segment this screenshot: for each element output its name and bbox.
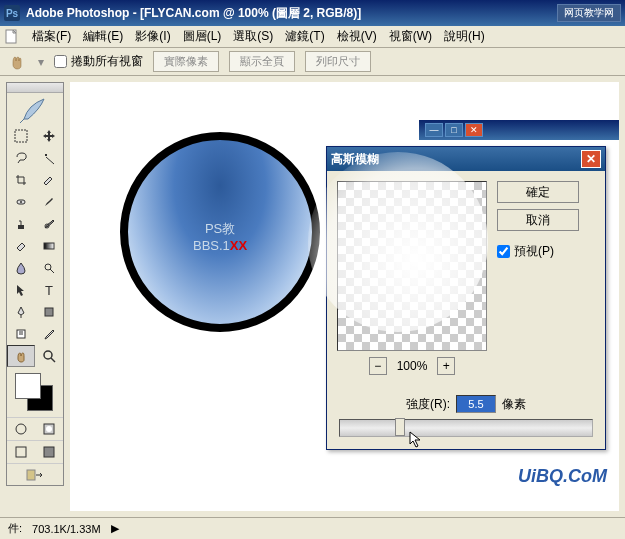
- crop-tool[interactable]: [7, 169, 35, 191]
- actual-pixels-button[interactable]: 實際像素: [153, 51, 219, 72]
- marquee-tool[interactable]: [7, 125, 35, 147]
- preview-checkbox[interactable]: 預視(P): [497, 243, 579, 260]
- pen-tool[interactable]: [7, 301, 35, 323]
- gradient-tool[interactable]: [35, 235, 63, 257]
- radius-input[interactable]: [456, 395, 496, 413]
- document-size: 703.1K/1.33M: [32, 523, 101, 535]
- svg-rect-2: [15, 130, 27, 142]
- svg-point-15: [46, 426, 52, 432]
- eraser-tool[interactable]: [7, 235, 35, 257]
- healing-brush-tool[interactable]: [7, 191, 35, 213]
- standard-mode[interactable]: [7, 418, 35, 440]
- type-tool[interactable]: T: [35, 279, 63, 301]
- brush-tool[interactable]: [35, 191, 63, 213]
- zoom-in-button[interactable]: +: [437, 357, 455, 375]
- app-title-bar: Ps Adobe Photoshop - [FLYCAN.com @ 100% …: [0, 0, 625, 26]
- preview-checkbox-input[interactable]: [497, 245, 510, 258]
- radius-unit: 像素: [502, 396, 526, 413]
- svg-point-3: [45, 154, 47, 156]
- scroll-all-windows-checkbox[interactable]: 捲動所有視窗: [54, 53, 143, 70]
- photoshop-feather-logo: [7, 93, 63, 125]
- svg-line-1: [20, 119, 24, 123]
- preview-label: 預視(P): [514, 243, 554, 260]
- fit-screen-button[interactable]: 顯示全頁: [229, 51, 295, 72]
- quick-mask-mode[interactable]: [35, 418, 63, 440]
- svg-text:T: T: [45, 283, 53, 297]
- menu-help[interactable]: 說明(H): [438, 26, 491, 47]
- color-swatches: [7, 367, 63, 417]
- watermark-text: PS教 BBS.1XX: [193, 220, 247, 253]
- radius-label: 強度(R):: [406, 396, 450, 413]
- tools-grid: T: [7, 125, 63, 367]
- svg-rect-10: [45, 308, 53, 316]
- svg-rect-5: [18, 225, 24, 229]
- slice-tool[interactable]: [35, 169, 63, 191]
- cursor-icon: [408, 430, 424, 450]
- photoshop-icon: Ps: [4, 5, 20, 21]
- lasso-tool[interactable]: [7, 147, 35, 169]
- menu-select[interactable]: 選取(S): [227, 26, 279, 47]
- svg-rect-7: [44, 243, 54, 249]
- menu-image[interactable]: 影像(I): [129, 26, 176, 47]
- status-arrow-icon[interactable]: ▶: [111, 522, 119, 535]
- close-icon[interactable]: ✕: [465, 123, 483, 137]
- screen-mode-standard[interactable]: [7, 441, 35, 463]
- menu-view[interactable]: 檢視(V): [331, 26, 383, 47]
- eyedropper-tool[interactable]: [35, 323, 63, 345]
- scroll-all-label: 捲動所有視窗: [71, 53, 143, 70]
- foreground-color[interactable]: [15, 373, 41, 399]
- path-selection-tool[interactable]: [7, 279, 35, 301]
- cancel-button[interactable]: 取消: [497, 209, 579, 231]
- shape-tool[interactable]: [35, 301, 63, 323]
- screen-modes: [7, 440, 63, 463]
- zoom-controls: − 100% +: [337, 357, 487, 375]
- jump-to-imageready[interactable]: [7, 463, 63, 485]
- maximize-icon[interactable]: □: [445, 123, 463, 137]
- blur-tool[interactable]: [7, 257, 35, 279]
- preview-thumbnail[interactable]: [337, 181, 487, 351]
- gaussian-blur-dialog: 高斯模糊 ✕ − 100% + 確定 取消 預視(P) 強度(R): 像素: [326, 146, 606, 450]
- scroll-all-checkbox-input[interactable]: [54, 55, 67, 68]
- svg-rect-16: [16, 447, 26, 457]
- menu-edit[interactable]: 編輯(E): [77, 26, 129, 47]
- toolbox-grip[interactable]: [7, 83, 63, 93]
- slider-thumb[interactable]: [395, 418, 405, 436]
- quick-mask-modes: [7, 417, 63, 440]
- hand-tool[interactable]: [7, 345, 35, 367]
- notes-tool[interactable]: [7, 323, 35, 345]
- hand-tool-icon[interactable]: [6, 51, 28, 73]
- zoom-out-button[interactable]: −: [369, 357, 387, 375]
- status-bar: 件: 703.1K/1.33M ▶: [0, 517, 625, 539]
- menu-bar: 檔案(F) 編輯(E) 影像(I) 圖層(L) 選取(S) 濾鏡(T) 檢視(V…: [0, 26, 625, 48]
- svg-point-13: [16, 424, 26, 434]
- menu-layer[interactable]: 圖層(L): [177, 26, 228, 47]
- radius-slider[interactable]: [339, 419, 593, 437]
- screen-mode-full-menubar[interactable]: [35, 441, 63, 463]
- panel-title-bar[interactable]: — □ ✕: [419, 120, 619, 140]
- status-prefix: 件:: [8, 521, 22, 536]
- svg-rect-17: [44, 447, 54, 457]
- print-size-button[interactable]: 列印尺寸: [305, 51, 371, 72]
- move-tool[interactable]: [35, 125, 63, 147]
- zoom-tool[interactable]: [35, 345, 63, 367]
- document-icon: [4, 29, 20, 45]
- clone-stamp-tool[interactable]: [7, 213, 35, 235]
- app-title: Adobe Photoshop - [FLYCAN.com @ 100% (圖層…: [26, 5, 557, 22]
- blue-sphere: PS教 BBS.1XX: [120, 132, 320, 332]
- menu-window[interactable]: 視窗(W): [383, 26, 438, 47]
- site-logo-tag: 网页教学网: [557, 4, 621, 22]
- close-icon[interactable]: ✕: [581, 150, 601, 168]
- svg-rect-19: [27, 470, 35, 480]
- menu-file[interactable]: 檔案(F): [26, 26, 77, 47]
- menu-filter[interactable]: 濾鏡(T): [279, 26, 330, 47]
- dodge-tool[interactable]: [35, 257, 63, 279]
- zoom-level: 100%: [397, 359, 428, 373]
- history-brush-tool[interactable]: [35, 213, 63, 235]
- toolbox: T: [6, 82, 64, 486]
- canvas-artwork: PS教 BBS.1XX: [120, 132, 320, 332]
- ok-button[interactable]: 確定: [497, 181, 579, 203]
- radius-row: 強度(R): 像素: [327, 395, 605, 413]
- watermark-brand: UiBQ.CoM: [518, 466, 607, 487]
- minimize-icon[interactable]: —: [425, 123, 443, 137]
- magic-wand-tool[interactable]: [35, 147, 63, 169]
